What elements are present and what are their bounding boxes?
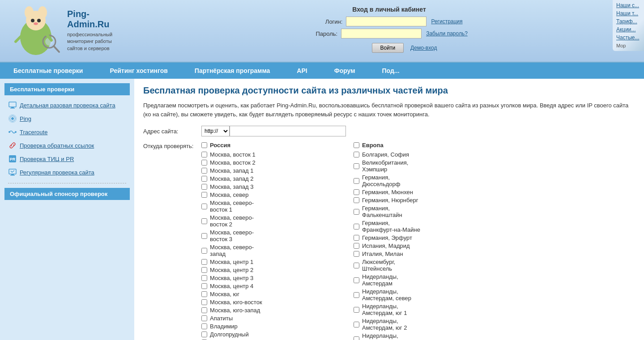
russia-select-all[interactable] <box>201 142 207 148</box>
russia-check[interactable] <box>201 233 207 239</box>
russia-check[interactable] <box>201 248 207 254</box>
russia-check[interactable] <box>201 299 207 305</box>
sidebar-item-traceroute[interactable]: Traceroute <box>4 126 130 138</box>
list-item: Болгария, София <box>354 151 488 158</box>
login-input[interactable] <box>346 17 426 26</box>
russia-list: Москва, восток 1Москва, восток 2Москва, … <box>201 151 336 340</box>
sidebar-item-tic[interactable]: PR Проверка ТИЦ и PR <box>4 153 130 165</box>
list-item: Италия, Милан <box>354 251 488 257</box>
list-item: Нидерланды, Амстердам, юг 2 <box>354 318 488 331</box>
europe-check[interactable] <box>354 235 359 241</box>
russia-check[interactable] <box>201 291 207 297</box>
list-item: Москва, юг <box>201 291 336 298</box>
sidebar-link-tic[interactable]: Проверка ТИЦ и PR <box>20 156 74 162</box>
russia-check[interactable] <box>201 267 207 273</box>
demo-login-link[interactable]: Демо-вход <box>410 45 437 51</box>
russia-check[interactable] <box>201 259 207 265</box>
sidebar-link-traceroute[interactable]: Traceroute <box>20 129 47 136</box>
russia-check[interactable] <box>201 152 207 157</box>
europe-check[interactable] <box>354 197 359 203</box>
list-item: Москва, запад 2 <box>201 175 336 182</box>
sidebar-link-detail[interactable]: Детальная разовая проверка сайта <box>20 102 115 109</box>
europe-check[interactable] <box>354 224 359 230</box>
europe-check[interactable] <box>354 277 359 283</box>
list-item: Москва, северо-восток 3 <box>201 229 336 242</box>
europe-check[interactable] <box>354 178 359 184</box>
sidebar-item-backlinks[interactable]: Проверка обратных ссылок <box>4 139 130 152</box>
russia-check[interactable] <box>201 332 207 337</box>
sidebar-link-backlinks[interactable]: Проверка обратных ссылок <box>20 142 94 149</box>
europe-check[interactable] <box>354 322 359 327</box>
forgot-password-link[interactable]: Забыли пароль? <box>426 30 468 37</box>
nav-link-faq[interactable]: Частые... <box>616 34 640 41</box>
nav-item-free-checks[interactable]: Бесплатные проверки <box>0 63 96 79</box>
mop-label: Mop <box>616 43 626 48</box>
list-item: Нидерланды, Дронтен <box>354 332 488 340</box>
url-input[interactable] <box>230 126 346 136</box>
sidebar: Бесплатные проверки Детальная разовая пр… <box>0 79 134 340</box>
nav-item-hosting-rating[interactable]: Рейтинг хостингов <box>96 63 181 79</box>
page-description: Предлагаем посмотреть и оценить, как раб… <box>143 101 635 119</box>
nav-link-promo[interactable]: Акции... <box>616 26 640 33</box>
europe-check[interactable] <box>354 189 359 195</box>
europe-check[interactable] <box>354 336 359 340</box>
list-item: Великобритания, Хэмпшир <box>354 159 488 173</box>
password-label: Пароль: <box>311 30 337 37</box>
russia-check[interactable] <box>201 160 207 166</box>
nav-item-api[interactable]: API <box>283 63 320 79</box>
sidebar-item-detail[interactable]: Детальная разовая проверка сайта <box>4 99 130 111</box>
sidebar-item-ping[interactable]: Ping <box>4 112 130 125</box>
europe-check[interactable] <box>354 251 359 257</box>
list-item: Москва, запад 1 <box>201 167 336 174</box>
russia-check[interactable] <box>201 323 207 329</box>
list-item: Москва, юго-восток <box>201 299 336 306</box>
link-icon <box>8 141 17 150</box>
russia-check[interactable] <box>201 168 207 174</box>
monitor-icon <box>8 101 17 110</box>
russia-check[interactable] <box>201 218 207 224</box>
russia-check[interactable] <box>201 184 207 190</box>
svg-point-19 <box>15 131 17 133</box>
protocol-select[interactable]: http:// https:// <box>201 126 230 136</box>
europe-check[interactable] <box>354 243 359 249</box>
list-item: Испания, Мадрид <box>354 242 488 249</box>
register-link[interactable]: Регистрация <box>431 18 462 25</box>
nav-link-tariffs2[interactable]: Тариф... <box>616 18 640 25</box>
nav-link-servers[interactable]: Наши с... <box>616 2 640 8</box>
top-right-nav: Наши с... Наши т... Тариф... Акции... Ча… <box>613 0 644 51</box>
sidebar-item-regular[interactable]: Регулярная проверка сайта <box>4 166 130 178</box>
europe-select-all[interactable] <box>354 142 359 148</box>
nav-item-more[interactable]: Под... <box>369 63 413 79</box>
nav-item-partner[interactable]: Партнёрская программа <box>181 63 284 79</box>
nav-item-forum[interactable]: Форум <box>321 63 369 79</box>
nav-link-tariffs1[interactable]: Наши т... <box>616 10 640 17</box>
russia-check[interactable] <box>201 176 207 182</box>
russia-check[interactable] <box>201 204 207 209</box>
list-item: Москва, центр 1 <box>201 259 336 265</box>
content-area: Бесплатные проверки Детальная разовая пр… <box>0 79 644 340</box>
password-input[interactable] <box>341 29 422 38</box>
russia-check[interactable] <box>201 315 207 321</box>
svg-rect-12 <box>9 102 16 107</box>
nav-bar: Бесплатные проверки Рейтинг хостингов Па… <box>0 63 644 79</box>
sidebar-link-regular[interactable]: Регулярная проверка сайта <box>20 169 94 176</box>
russia-check[interactable] <box>201 275 207 281</box>
login-button[interactable]: Войти <box>372 43 404 53</box>
svg-text:PR: PR <box>10 157 16 162</box>
list-item: Москва, восток 1 <box>201 151 336 158</box>
check-area: Россия Москва, восток 1Москва, восток 2М… <box>201 142 488 340</box>
sidebar-link-ping[interactable]: Ping <box>20 115 31 122</box>
russia-check[interactable] <box>201 283 207 289</box>
russia-check[interactable] <box>201 192 207 198</box>
europe-check[interactable] <box>354 152 359 157</box>
russia-check[interactable] <box>201 307 207 313</box>
europe-check[interactable] <box>354 209 359 215</box>
europe-check[interactable] <box>354 307 359 313</box>
traceroute-icon <box>8 128 17 136</box>
europe-check[interactable] <box>354 263 359 268</box>
europe-check[interactable] <box>354 292 359 298</box>
tic-icon: PR <box>8 154 17 163</box>
europe-check[interactable] <box>354 163 359 169</box>
list-item: Германия, Дюссельдорф <box>354 174 488 187</box>
svg-rect-14 <box>10 108 15 109</box>
